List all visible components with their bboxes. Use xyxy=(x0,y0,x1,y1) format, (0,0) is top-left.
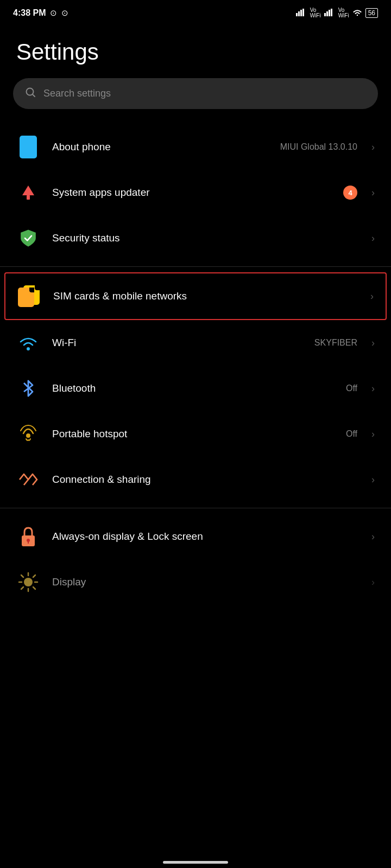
signal-bars-icon xyxy=(296,9,307,18)
top-section: About phone MIUI Global 13.0.10 › System… xyxy=(0,124,391,261)
connection-sharing-item[interactable]: Connection & sharing › xyxy=(0,457,391,502)
hotspot-value: Off xyxy=(346,429,357,439)
connection-icon xyxy=(16,468,40,492)
lock-icon xyxy=(16,525,40,548)
signal-bars2-icon xyxy=(324,9,335,18)
arrow-up-icon xyxy=(16,181,40,205)
security-status-chevron: › xyxy=(371,233,375,244)
svg-rect-17 xyxy=(28,541,29,544)
instagram2-icon: ⊙ xyxy=(61,8,68,18)
bluetooth-label: Bluetooth xyxy=(52,382,334,395)
shield-icon xyxy=(16,226,40,250)
display-icon xyxy=(16,570,40,594)
svg-rect-7 xyxy=(331,9,332,16)
hotspot-chevron: › xyxy=(371,429,375,440)
system-apps-label: System apps updater xyxy=(52,186,331,200)
system-apps-badge: 4 xyxy=(343,186,357,200)
time-display: 4:38 PM xyxy=(13,8,46,18)
hotspot-item[interactable]: Portable hotspot Off › xyxy=(0,411,391,457)
connection-sharing-chevron: › xyxy=(371,474,375,486)
always-on-label: Always-on display & Lock screen xyxy=(52,530,360,544)
wifi-item[interactable]: Wi-Fi SKYFIBER › xyxy=(0,320,391,366)
sim-cards-chevron: › xyxy=(370,291,374,302)
about-phone-chevron: › xyxy=(371,142,375,153)
wifi-status-icon xyxy=(352,9,362,18)
status-right: VoWiFi VoWiFi 56 xyxy=(296,8,378,18)
phone-icon xyxy=(16,135,40,159)
wifi-value: SKYFIBER xyxy=(314,338,357,348)
sim-cards-label: SIM cards & mobile networks xyxy=(53,290,358,303)
system-apps-chevron: › xyxy=(371,187,375,199)
about-phone-label: About phone xyxy=(52,141,268,154)
connection-sharing-label: Connection & sharing xyxy=(52,473,360,487)
svg-rect-12 xyxy=(27,195,30,200)
always-on-item[interactable]: Always-on display & Lock screen › xyxy=(0,514,391,559)
display-label: Display xyxy=(52,576,360,589)
search-placeholder: Search settings xyxy=(43,88,111,99)
svg-line-24 xyxy=(33,587,35,589)
sim-cards-item[interactable]: SIM cards & mobile networks › xyxy=(4,272,387,320)
page-title: Settings xyxy=(0,23,391,78)
svg-rect-1 xyxy=(298,11,300,16)
battery-icon: 56 xyxy=(365,8,378,18)
svg-rect-6 xyxy=(329,10,330,16)
svg-line-9 xyxy=(33,94,35,97)
bluetooth-icon xyxy=(16,376,40,400)
hotspot-icon xyxy=(16,422,40,446)
svg-line-25 xyxy=(33,575,35,577)
wifi-icon xyxy=(16,331,40,355)
always-on-chevron: › xyxy=(371,531,375,542)
svg-point-18 xyxy=(24,578,33,586)
status-bar: 4:38 PM ⊙ ⊙ VoWiFi VoWiFi xyxy=(0,0,391,23)
home-indicator xyxy=(163,861,228,864)
instagram-icon: ⊙ xyxy=(50,8,57,18)
divider-1 xyxy=(0,266,391,267)
bluetooth-value: Off xyxy=(346,384,357,393)
svg-line-23 xyxy=(21,575,23,577)
about-phone-item[interactable]: About phone MIUI Global 13.0.10 › xyxy=(0,124,391,170)
security-status-label: Security status xyxy=(52,232,360,245)
bluetooth-chevron: › xyxy=(371,383,375,394)
search-bar[interactable]: Search settings xyxy=(13,78,378,109)
svg-rect-3 xyxy=(302,9,304,16)
display-item[interactable]: Display › xyxy=(0,559,391,605)
svg-line-26 xyxy=(21,587,23,589)
status-left: 4:38 PM ⊙ ⊙ xyxy=(13,8,68,18)
hotspot-label: Portable hotspot xyxy=(52,427,334,441)
search-icon xyxy=(25,87,36,100)
display-section: Always-on display & Lock screen › Displa… xyxy=(0,514,391,605)
svg-rect-2 xyxy=(300,10,302,16)
svg-rect-5 xyxy=(326,11,328,16)
wifi-label: Wi-Fi xyxy=(52,336,302,350)
wifi-chevron: › xyxy=(371,337,375,349)
about-phone-value: MIUI Global 13.0.10 xyxy=(280,142,357,152)
svg-point-14 xyxy=(26,433,30,438)
display-chevron: › xyxy=(371,577,375,588)
bluetooth-item[interactable]: Bluetooth Off › xyxy=(0,366,391,411)
system-apps-item[interactable]: System apps updater 4 › xyxy=(0,170,391,215)
security-status-item[interactable]: Security status › xyxy=(0,215,391,261)
svg-point-13 xyxy=(27,347,30,350)
vo-wifi-label: VoWiFi xyxy=(310,8,321,18)
divider-2 xyxy=(0,508,391,508)
vo-wifi2-label: VoWiFi xyxy=(338,8,349,18)
svg-rect-0 xyxy=(296,13,298,16)
network-section: SIM cards & mobile networks › Wi-Fi SKYF… xyxy=(0,272,391,502)
sim-icon xyxy=(17,284,41,308)
svg-rect-4 xyxy=(324,13,326,16)
